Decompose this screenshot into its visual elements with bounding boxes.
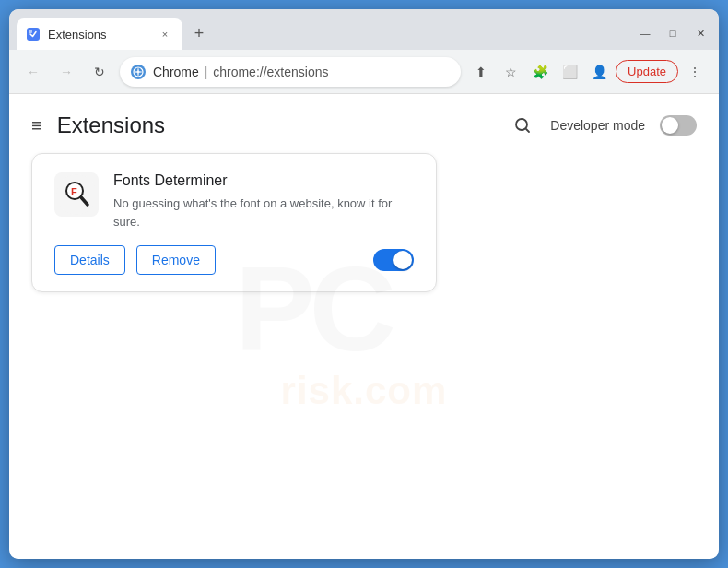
update-button[interactable]: Update xyxy=(616,60,678,83)
window-controls: — □ ✕ xyxy=(634,24,711,42)
split-view-button[interactable]: ⬜ xyxy=(557,59,582,85)
share-button[interactable]: ⬆ xyxy=(468,59,494,85)
tab-title: Extensions xyxy=(48,28,149,41)
search-button[interactable] xyxy=(510,112,535,138)
extensions-grid: F Fonts Determiner No guessing what's th… xyxy=(9,153,719,292)
card-header: F Fonts Determiner No guessing what's th… xyxy=(54,172,414,231)
navigation-bar: ← → ↻ Chrome | chrome://extensions ⬆ ☆ 🧩… xyxy=(9,50,719,94)
svg-rect-1 xyxy=(29,30,32,33)
active-tab[interactable]: Extensions × xyxy=(17,18,182,50)
svg-rect-0 xyxy=(27,28,40,41)
svg-point-4 xyxy=(516,119,527,130)
extension-card: F Fonts Determiner No guessing what's th… xyxy=(31,153,437,292)
tab-favicon xyxy=(26,27,41,41)
developer-mode-label: Developer mode xyxy=(550,118,645,133)
svg-text:F: F xyxy=(71,186,77,197)
watermark-bottom-text: risk.com xyxy=(281,369,448,413)
browser-window: Extensions × + — □ ✕ ← → ↻ Chrome xyxy=(9,9,719,559)
developer-mode-toggle[interactable] xyxy=(660,115,697,136)
maximize-button[interactable]: □ xyxy=(662,24,684,42)
extension-toggle-knob xyxy=(393,251,412,269)
back-button[interactable]: ← xyxy=(20,59,46,85)
header-right: Developer mode xyxy=(510,112,697,138)
title-bar: Extensions × + — □ ✕ xyxy=(9,9,719,50)
extension-name: Fonts Determiner xyxy=(113,172,414,189)
address-url: chrome://extensions xyxy=(213,65,328,79)
card-footer: Details Remove xyxy=(54,245,414,275)
nav-actions: ⬆ ☆ 🧩 ⬜ 👤 Update ⋮ xyxy=(468,59,708,85)
details-button[interactable]: Details xyxy=(54,245,125,275)
page-title: Extensions xyxy=(57,112,165,138)
extensions-menu-button[interactable]: 🧩 xyxy=(527,59,553,85)
extension-info: Fonts Determiner No guessing what's the … xyxy=(113,172,414,231)
tab-close-button[interactable]: × xyxy=(157,26,173,42)
address-site: Chrome xyxy=(153,65,199,79)
card-actions: Details Remove xyxy=(54,245,373,275)
tab-strip: Extensions × + xyxy=(17,18,634,50)
more-options-button[interactable]: ⋮ xyxy=(682,59,708,85)
main-content: PC risk.com ≡ Extensions Developer mode xyxy=(9,94,719,559)
toggle-knob xyxy=(662,117,678,134)
extension-icon: F xyxy=(54,172,99,217)
profile-button[interactable]: 👤 xyxy=(586,59,612,85)
extension-description: No guessing what's the font on a website… xyxy=(113,195,414,231)
extension-toggle[interactable] xyxy=(373,249,414,271)
reload-button[interactable]: ↻ xyxy=(87,59,112,85)
address-separator: | xyxy=(205,65,208,79)
new-tab-button[interactable]: + xyxy=(186,20,212,46)
minimize-button[interactable]: — xyxy=(634,24,656,42)
hamburger-menu-icon[interactable]: ≡ xyxy=(31,115,42,136)
site-favicon xyxy=(131,65,146,79)
address-bar[interactable]: Chrome | chrome://extensions xyxy=(120,57,461,87)
close-button[interactable]: ✕ xyxy=(689,24,711,42)
remove-button[interactable]: Remove xyxy=(136,245,216,275)
extensions-header: ≡ Extensions Developer mode xyxy=(9,94,719,153)
address-text: Chrome | chrome://extensions xyxy=(153,65,450,79)
bookmark-button[interactable]: ☆ xyxy=(498,59,523,85)
forward-button[interactable]: → xyxy=(53,59,79,85)
header-left: ≡ Extensions xyxy=(31,112,165,138)
